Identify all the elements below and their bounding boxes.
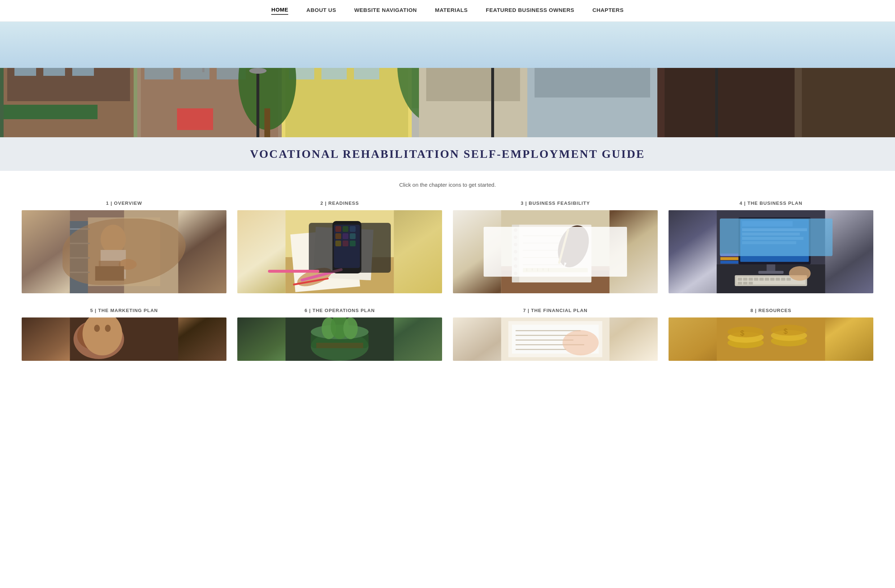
svg-point-150 (343, 317, 358, 339)
svg-rect-137 (721, 261, 739, 264)
svg-rect-78 (350, 241, 356, 246)
svg-rect-62 (70, 257, 90, 259)
svg-rect-121 (738, 278, 742, 280)
chapter-1-image[interactable] (22, 210, 226, 293)
svg-rect-131 (738, 282, 742, 285)
svg-rect-103 (526, 268, 527, 271)
chapters-grid: 1 | OVERVIEW (22, 200, 873, 361)
chapter-8-label: 8 | RESOURCES (751, 308, 791, 313)
nav-materials[interactable]: MATERIALS (435, 7, 468, 14)
chapter-5-item[interactable]: 5 | THE MARKETING PLAN (22, 308, 226, 361)
svg-point-87 (514, 228, 517, 232)
svg-rect-111 (740, 219, 809, 262)
chapter-2-label: 2 | READINESS (320, 200, 359, 206)
svg-rect-96 (523, 250, 581, 251)
svg-rect-71 (343, 226, 349, 232)
chapter-8-image[interactable]: $ $ (669, 317, 873, 361)
svg-rect-107 (548, 268, 549, 271)
svg-rect-113 (742, 228, 807, 231)
chapter-3-image[interactable] (453, 210, 658, 293)
svg-point-54 (101, 225, 126, 253)
main-navigation: HOME ABOUT US WEBSITE NAVIGATION MATERIA… (0, 0, 895, 22)
svg-rect-135 (721, 253, 739, 256)
svg-rect-74 (343, 233, 349, 239)
svg-rect-63 (70, 271, 90, 273)
chapter-3-item[interactable]: 3 | BUSINESS FEASIBILITY (453, 200, 658, 293)
svg-rect-73 (335, 233, 341, 239)
subtitle-text: Click on the chapter icons to get starte… (22, 182, 873, 188)
svg-rect-86 (512, 225, 519, 282)
svg-point-142 (94, 325, 100, 332)
svg-rect-125 (760, 278, 764, 280)
svg-point-164 (728, 326, 764, 337)
nav-website-navigation[interactable]: WEBSITE NAVIGATION (354, 7, 417, 14)
chapter-1-item[interactable]: 1 | OVERVIEW (22, 200, 226, 293)
svg-rect-130 (787, 278, 791, 280)
svg-rect-84 (501, 266, 610, 271)
svg-rect-136 (721, 257, 739, 260)
hero-image (0, 22, 895, 137)
svg-rect-117 (767, 264, 775, 271)
svg-point-99 (552, 221, 594, 271)
svg-rect-61 (70, 243, 90, 244)
svg-rect-123 (749, 278, 753, 280)
svg-rect-94 (523, 235, 581, 236)
svg-point-93 (514, 271, 517, 275)
chapter-8-item[interactable]: 8 | RESOURCES $ $ (669, 308, 873, 361)
nav-home[interactable]: HOME (271, 6, 288, 15)
main-content: Click on the chapter icons to get starte… (0, 171, 895, 372)
svg-point-91 (514, 257, 517, 261)
chapter-2-image[interactable] (237, 210, 442, 293)
nav-chapters[interactable]: CHAPTERS (592, 7, 624, 14)
svg-rect-53 (88, 217, 160, 286)
svg-rect-98 (523, 264, 566, 265)
svg-rect-68 (333, 221, 361, 273)
svg-point-56 (119, 259, 137, 270)
svg-rect-37 (256, 72, 259, 137)
svg-rect-151 (316, 343, 363, 348)
chapter-7-image[interactable] (453, 317, 658, 361)
chapter-2-item[interactable]: 2 | READINESS (237, 200, 442, 293)
nav-featured[interactable]: FEATURED BUSINESS OWNERS (486, 7, 574, 14)
chapter-3-label: 3 | BUSINESS FEASIBILITY (521, 200, 590, 206)
nav-about[interactable]: ABOUT US (306, 7, 336, 14)
svg-point-92 (514, 264, 517, 268)
svg-rect-70 (335, 226, 341, 232)
svg-point-38 (249, 68, 267, 74)
svg-rect-76 (335, 241, 341, 246)
svg-rect-85 (512, 225, 592, 282)
svg-rect-155 (516, 330, 581, 331)
svg-rect-97 (523, 257, 581, 258)
svg-rect-58 (96, 266, 124, 280)
svg-rect-104 (532, 268, 533, 271)
chapter-7-item[interactable]: 7 | THE FINANCIAL PLAN (453, 308, 658, 361)
chapter-5-image[interactable] (22, 317, 226, 361)
svg-point-167 (771, 325, 807, 335)
chapter-6-label: 6 | THE OPERATIONS PLAN (305, 308, 375, 313)
svg-point-134 (789, 266, 811, 280)
svg-text:$: $ (784, 327, 788, 335)
chapter-4-item[interactable]: 4 | THE BUSINESS PLAN (669, 200, 873, 293)
title-banner: VOCATIONAL REHABILITATION SELF-EMPLOYMEN… (0, 137, 895, 171)
page-title: VOCATIONAL REHABILITATION SELF-EMPLOYMEN… (7, 147, 888, 161)
svg-rect-102 (523, 268, 588, 272)
svg-rect-57 (99, 261, 121, 268)
svg-point-143 (105, 325, 111, 332)
svg-rect-129 (781, 278, 786, 280)
svg-rect-75 (350, 233, 356, 239)
chapter-4-image[interactable] (669, 210, 873, 293)
svg-rect-133 (749, 282, 753, 285)
svg-rect-67 (313, 227, 373, 280)
svg-rect-159 (516, 349, 566, 350)
chapter-6-item[interactable]: 6 | THE OPERATIONS PLAN (237, 308, 442, 361)
svg-rect-106 (543, 268, 543, 271)
svg-rect-77 (343, 241, 349, 246)
svg-rect-112 (742, 221, 793, 226)
chapter-5-label: 5 | THE MARKETING PLAN (90, 308, 158, 313)
svg-rect-69 (334, 225, 360, 268)
svg-rect-95 (523, 243, 581, 244)
svg-rect-116 (742, 241, 796, 244)
svg-marker-101 (563, 262, 567, 268)
svg-rect-59 (70, 221, 88, 293)
chapter-6-image[interactable] (237, 317, 442, 361)
